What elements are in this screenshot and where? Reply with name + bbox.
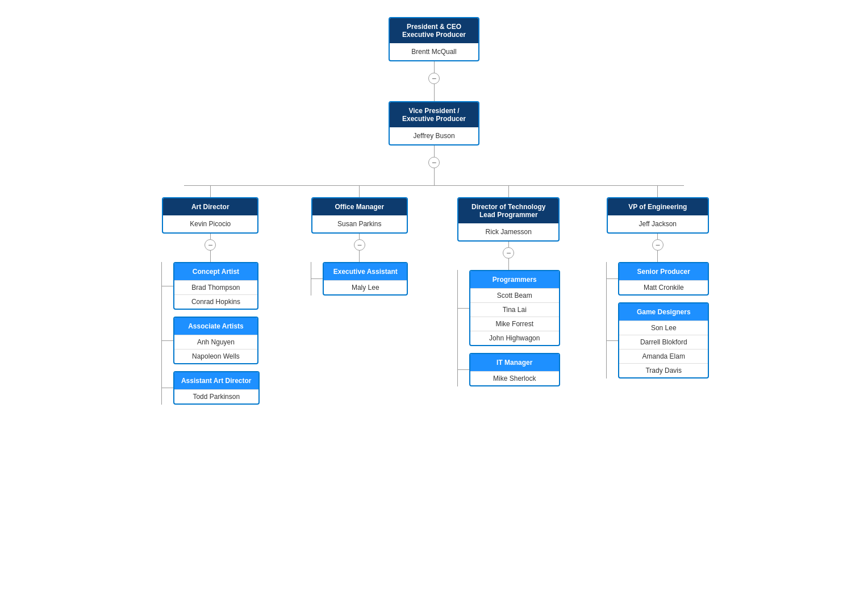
it-manager-name1: Mike Sherlock — [470, 371, 559, 385]
it-manager-row: IT Manager Mike Sherlock — [458, 353, 560, 386]
eng-subtree: Senior Producer Matt Cronkile Game Desig… — [606, 262, 709, 378]
v-line-2 — [434, 84, 435, 101]
collapse-btn-vp-eng[interactable]: − — [652, 239, 663, 251]
office-manager-title: Office Manager — [312, 198, 407, 215]
associate-artists-name2: Napoleon Wells — [174, 349, 257, 363]
art-director-node: Art Director Kevin Picocio — [162, 197, 258, 234]
collapse-btn-art[interactable]: − — [205, 239, 216, 251]
office-manager-node: Office Manager Susan Parkins — [311, 197, 408, 234]
vp-connector: − — [428, 145, 440, 185]
associate-artists-node: Associate Artists Anh Nguyen Napoleon We… — [173, 317, 258, 364]
concept-artist-name2: Conrad Hopkins — [174, 294, 257, 309]
v-line-col2 — [359, 186, 360, 197]
concept-artist-name1: Brad Thompson — [174, 280, 257, 294]
v-line-col3b — [508, 242, 509, 247]
eng-children: Senior Producer Matt Cronkile Game Desig… — [607, 262, 709, 378]
tech-subtree: Programmers Scott Beam Tina Lai Mike For… — [457, 270, 560, 386]
ceo-connector: − — [428, 61, 440, 101]
h-tick-8 — [607, 340, 618, 341]
game-designer-2: Darrell Blokford — [619, 335, 708, 349]
vp-node: Vice President / Executive Producer Jeff… — [389, 101, 479, 145]
art-director-name: Kevin Picocio — [163, 215, 257, 232]
senior-producer-row: Senior Producer Matt Cronkile — [607, 262, 709, 296]
h-tick-5 — [458, 308, 469, 309]
exec-assistant-name1: Maly Lee — [324, 280, 407, 294]
vp-level: Vice President / Executive Producer Jeff… — [389, 101, 479, 185]
it-manager-title: IT Manager — [470, 354, 559, 371]
concept-artist-row: Concept Artist Brad Thompson Conrad Hopk… — [162, 262, 260, 310]
col-office-manager: Office Manager Susan Parkins − Executive… — [285, 186, 435, 296]
game-designers-node: Game Designers Son Lee Darrell Blokford … — [618, 302, 709, 378]
programmers-title: Programmers — [470, 271, 559, 288]
asst-art-director-title: Assistant Art Director — [174, 372, 258, 389]
v-line-col1c — [210, 251, 211, 262]
exec-assistant-row: Executive Assistant Maly Lee — [311, 262, 408, 296]
dir-tech-node: Director of Technology Lead Programmer R… — [457, 197, 560, 242]
it-manager-node: IT Manager Mike Sherlock — [469, 353, 560, 386]
h-tick-4 — [311, 278, 323, 279]
v-line-3 — [434, 145, 435, 157]
associate-artists-row: Associate Artists Anh Nguyen Napoleon We… — [162, 317, 260, 364]
v-line-col3c — [508, 259, 509, 270]
programmer-3: Mike Forrest — [470, 317, 559, 331]
dir-tech-title: Director of Technology Lead Programmer — [458, 198, 558, 223]
asst-art-director-row: Assistant Art Director Todd Parkinson — [162, 371, 260, 405]
v-line-col2c — [359, 251, 360, 262]
h-tick-7 — [607, 278, 618, 279]
v-line-col4 — [657, 186, 658, 197]
associate-artists-name1: Anh Nguyen — [174, 335, 257, 349]
programmer-2: Tina Lai — [470, 302, 559, 317]
col-dir-tech: Director of Technology Lead Programmer R… — [434, 186, 583, 386]
tech-children: Programmers Scott Beam Tina Lai Mike For… — [458, 270, 560, 386]
game-designer-3: Amanda Elam — [619, 349, 708, 363]
v-line-col4b — [657, 234, 658, 239]
v-line-col1 — [210, 186, 211, 197]
v-line-col3 — [508, 186, 509, 197]
senior-producer-node: Senior Producer Matt Cronkile — [618, 262, 709, 296]
ceo-title: President & CEO Executive Producer — [390, 18, 478, 43]
asst-art-director-node: Assistant Art Director Todd Parkinson — [173, 371, 260, 405]
h-tick-1 — [162, 286, 173, 286]
concept-artist-node: Concept Artist Brad Thompson Conrad Hopk… — [173, 262, 258, 310]
senior-producer-title: Senior Producer — [619, 263, 708, 280]
exec-assistant-node: Executive Assistant Maly Lee — [323, 262, 408, 296]
art-subtree: Concept Artist Brad Thompson Conrad Hopk… — [161, 262, 260, 405]
collapse-btn-ceo[interactable]: − — [428, 73, 440, 84]
office-manager-name: Susan Parkins — [312, 215, 407, 232]
ceo-level: President & CEO Executive Producer Brent… — [389, 17, 479, 101]
ceo-name: Brentt McQuall — [390, 43, 478, 60]
asst-art-director-name1: Todd Parkinson — [174, 389, 258, 404]
h-tick-6 — [458, 369, 469, 370]
office-subtree: Executive Assistant Maly Lee — [311, 262, 408, 296]
programmers-node: Programmers Scott Beam Tina Lai Mike For… — [469, 270, 560, 346]
senior-producer-name1: Matt Cronkile — [619, 280, 708, 294]
dir-tech-name: Rick Jamesson — [458, 223, 558, 240]
v-line-1 — [434, 61, 435, 73]
collapse-btn-office[interactable]: − — [354, 239, 365, 251]
exec-assistant-title: Executive Assistant — [324, 263, 407, 280]
v-line-4 — [434, 168, 435, 185]
collapse-btn-tech[interactable]: − — [503, 247, 514, 259]
v-line-col4c — [657, 251, 658, 262]
game-designers-title: Game Designers — [619, 303, 708, 321]
col-vp-eng: VP of Engineering Jeff Jackson − Senior … — [583, 186, 733, 378]
vp-eng-name: Jeff Jackson — [608, 215, 708, 232]
vp-title: Vice President / Executive Producer — [390, 102, 478, 127]
art-director-title: Art Director — [163, 198, 257, 215]
game-designers-row: Game Designers Son Lee Darrell Blokford … — [607, 302, 709, 378]
l3-columns: Art Director Kevin Picocio − Concept Art… — [136, 186, 732, 405]
l3-wrapper: Art Director Kevin Picocio − Concept Art… — [136, 185, 732, 405]
vp-eng-title: VP of Engineering — [608, 198, 708, 215]
collapse-btn-vp[interactable]: − — [428, 157, 440, 168]
programmers-row: Programmers Scott Beam Tina Lai Mike For… — [458, 270, 560, 346]
programmer-1: Scott Beam — [470, 288, 559, 302]
concept-artist-title: Concept Artist — [174, 263, 257, 280]
office-children: Executive Assistant Maly Lee — [311, 262, 408, 296]
org-chart: President & CEO Executive Producer Brent… — [0, 0, 868, 422]
ceo-node: President & CEO Executive Producer Brent… — [389, 17, 479, 61]
art-children: Concept Artist Brad Thompson Conrad Hopk… — [162, 262, 260, 405]
h-tick-3 — [162, 388, 173, 388]
vp-name: Jeffrey Buson — [390, 127, 478, 144]
v-line-col1b — [210, 234, 211, 239]
game-designer-1: Son Lee — [619, 321, 708, 335]
